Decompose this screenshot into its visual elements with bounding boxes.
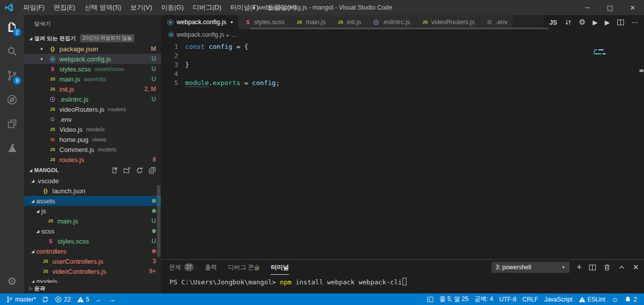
code-line-5[interactable]: 5 module.exports = config; xyxy=(161,79,644,88)
tree-item-assets[interactable]: ◢assets xyxy=(24,196,161,206)
tree-item-main-js[interactable]: JSmain.jsU xyxy=(24,216,161,226)
status-indentation[interactable]: 공백: 4 xyxy=(471,293,496,305)
open-editor-webpack-config-js[interactable]: ● webpack.config.js U xyxy=(24,54,161,64)
code-line-3[interactable]: 3 } xyxy=(161,60,644,69)
menu-item-1[interactable]: 편집(E) xyxy=(49,0,80,15)
line-number: 1 xyxy=(161,42,185,51)
status-nav-forward[interactable]: → xyxy=(105,293,118,305)
status-eslint[interactable]: ESLint xyxy=(576,293,608,305)
status-cursor-position[interactable]: 줄 5, 열 25 xyxy=(437,293,471,305)
tab-scrollbar[interactable] xyxy=(251,28,548,29)
menu-item-2[interactable]: 선택 영역(S) xyxy=(80,0,126,15)
maximize-button[interactable]: □ xyxy=(599,0,621,15)
panel-tab-[interactable]: 디버그 콘솔 xyxy=(228,260,260,275)
open-editor-eslintrc-js[interactable]: .eslintrc.js U xyxy=(24,94,161,104)
refresh-icon[interactable] xyxy=(136,167,143,174)
tree-item-usercontrollers-js[interactable]: JSuserControllers.js3 xyxy=(24,256,161,266)
open-changes-icon[interactable] xyxy=(565,19,572,26)
code-line-4[interactable]: 4 xyxy=(161,69,644,79)
open-editor-env[interactable]: ⚙ .env xyxy=(24,114,161,124)
activity-settings[interactable]: ⚙ xyxy=(0,269,24,293)
run-alt-icon[interactable]: ▶ xyxy=(605,19,610,26)
status-screencast[interactable] xyxy=(424,293,437,305)
new-terminal-icon[interactable]: + xyxy=(577,262,582,273)
terminal[interactable]: PS C:\Users\Jongbok\mangol> npm install … xyxy=(161,275,644,293)
status-eol[interactable]: CRLF xyxy=(519,293,541,305)
activity-search[interactable] xyxy=(0,39,24,63)
status-sync[interactable] xyxy=(39,293,52,305)
tab-eslintrc-js[interactable]: .eslintrc.js xyxy=(367,15,416,29)
panel-tab-[interactable]: 터미널 xyxy=(271,260,289,275)
split-terminal-icon[interactable] xyxy=(589,264,596,271)
run-code-icon[interactable]: ▶ xyxy=(593,19,598,26)
activity-extensions[interactable] xyxy=(0,112,24,136)
activity-source-control[interactable]: 9 xyxy=(0,63,24,88)
tab-styles-scss[interactable]: Sstyles.scss xyxy=(238,15,290,29)
tab-main-js[interactable]: JSmain.js xyxy=(290,15,332,29)
panel-tab-[interactable]: 출력 xyxy=(205,260,217,275)
terminal-box-icon xyxy=(427,296,434,303)
activity-azure[interactable] xyxy=(0,136,24,160)
status-notifications[interactable]: 2 xyxy=(621,293,640,305)
outline-section[interactable]: ▷ 윤곽 xyxy=(24,283,161,293)
close-panel-icon[interactable]: ✕ xyxy=(632,263,639,272)
open-editor-home-pug[interactable]: home.pug views xyxy=(24,134,161,144)
breadcrumb-more[interactable]: ... xyxy=(232,31,237,38)
open-editor-video-js[interactable]: JS Video.js models xyxy=(24,124,161,134)
menu-item-3[interactable]: 보기(V) xyxy=(126,0,156,15)
new-file-icon[interactable] xyxy=(111,167,118,174)
status-language[interactable]: JavaScript xyxy=(541,293,576,305)
status-feedback[interactable]: ☺ xyxy=(608,293,621,305)
editor-scrollbar[interactable] xyxy=(639,40,644,259)
open-editor-styles-scss[interactable]: S styles.scss assets\scss U xyxy=(24,64,161,74)
activity-explorer[interactable]: 2 xyxy=(0,15,24,39)
project-header[interactable]: ◢ MANGOL xyxy=(24,165,161,176)
tree-item-launch-json[interactable]: {}launch.json xyxy=(24,186,161,196)
status-warnings[interactable]: 5 xyxy=(74,293,93,305)
menu-item-5[interactable]: 디버그(D) xyxy=(188,0,226,15)
tab-env[interactable]: ⚙.env xyxy=(480,15,513,29)
tree-item-vscode[interactable]: ◢.vscode xyxy=(24,176,161,186)
menu-item-0[interactable]: 파일(F) xyxy=(19,0,49,15)
collapse-all-icon[interactable] xyxy=(148,167,156,174)
open-editor-comment-js[interactable]: JS Comment.js models xyxy=(24,144,161,155)
chevron-expanded-icon: ◢ xyxy=(29,199,36,203)
code-line-1[interactable]: 1 const config = { xyxy=(161,42,644,51)
open-editor-routes-js[interactable]: JS routes.js 8 xyxy=(24,155,161,165)
status-encoding[interactable]: UTF-8 xyxy=(496,293,519,305)
tree-item-styles-scss[interactable]: Sstyles.scssU xyxy=(24,236,161,246)
tree-item-controllers[interactable]: ◢controllers xyxy=(24,246,161,256)
gear-icon[interactable]: ⚙ xyxy=(579,18,586,27)
shell-selector[interactable]: 3: powershell ▼ xyxy=(492,262,570,273)
panel-tab-[interactable]: 문제 27 xyxy=(169,260,194,275)
open-editor-videorouters-js[interactable]: JS videoRouters.js routers xyxy=(24,104,161,114)
more-actions-icon[interactable]: ⋯ xyxy=(631,19,638,26)
open-editors-header[interactable]: ◢ 열려 있는 편집기 2이(가) 저장되지 않음 xyxy=(24,33,161,44)
tree-item-scss[interactable]: ◢scss xyxy=(24,226,161,236)
open-editor-init-js[interactable]: JS init.js 2, M xyxy=(24,84,161,94)
menu-item-4[interactable]: 이동(G) xyxy=(156,0,188,15)
breadcrumb-file[interactable]: webpack.config.js xyxy=(177,31,224,38)
tab-webpack-config-js[interactable]: webpack.config.js ● xyxy=(161,15,238,29)
code-line-2[interactable]: 2 xyxy=(161,51,644,60)
split-editor-icon[interactable] xyxy=(617,19,624,26)
status-nav-back[interactable]: ← xyxy=(92,293,105,305)
open-editor-main-js[interactable]: JS main.js assets\js U xyxy=(24,74,161,84)
tree-item-videocontrollers-js[interactable]: JSvideoControllers.js9+ xyxy=(24,266,161,276)
new-folder-icon[interactable] xyxy=(123,167,131,174)
tab-init-js[interactable]: JSinit.js xyxy=(331,15,366,29)
tab-videorouters-js[interactable]: JSvideoRouters.js xyxy=(416,15,480,29)
sidebar-scrollbar[interactable] xyxy=(157,185,160,257)
tree-item-js[interactable]: ◢js xyxy=(24,206,161,216)
kill-terminal-icon[interactable] xyxy=(603,264,611,271)
status-branch[interactable]: master* xyxy=(3,293,39,305)
terminal-command: npm xyxy=(280,278,291,286)
minimize-button[interactable]: ─ xyxy=(576,0,599,15)
editor-region: webpack.config.js ● Sstyles.scss JSmain.… xyxy=(161,15,644,293)
close-button[interactable]: ✕ xyxy=(621,0,644,15)
open-editor-package-json[interactable]: ● {} package.json M xyxy=(24,44,161,54)
status-errors[interactable]: 22 xyxy=(52,293,73,305)
maximize-panel-icon[interactable] xyxy=(618,264,625,271)
minimap[interactable] xyxy=(594,49,610,55)
activity-debug[interactable] xyxy=(0,88,24,112)
